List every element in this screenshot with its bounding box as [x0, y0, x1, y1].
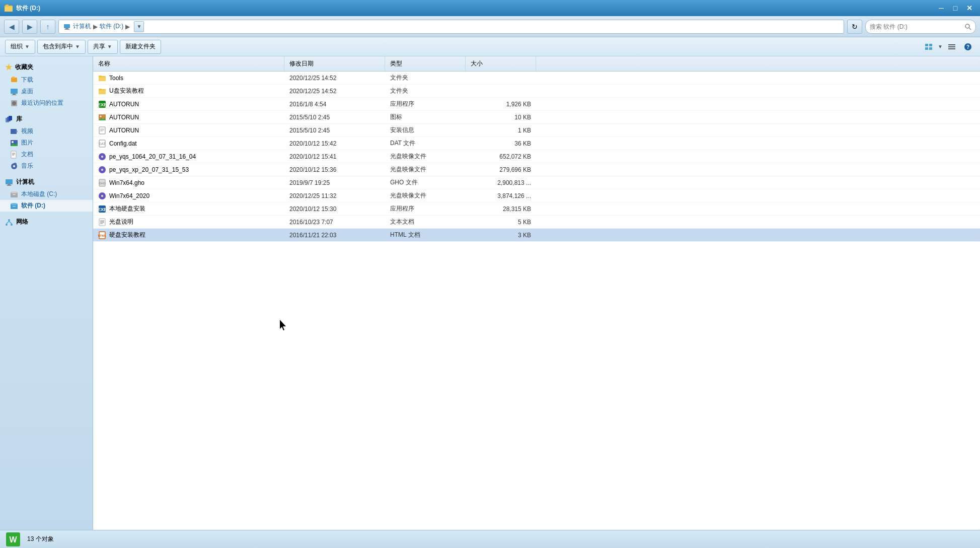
col-header-size[interactable]: 大小	[466, 56, 536, 71]
file-name: pe_yqs_xp_20_07_31_15_53	[109, 166, 189, 173]
file-date: 2015/5/10 2:45	[289, 114, 330, 121]
table-row[interactable]: U盘安装教程 2020/12/25 14:52 文件夹	[93, 85, 980, 98]
file-date: 2020/10/12 15:42	[289, 140, 336, 147]
svg-rect-32	[11, 151, 16, 158]
table-row[interactable]: 光盘说明 2016/10/23 7:07 文本文档 5 KB	[93, 216, 980, 229]
help-button[interactable]: ?	[961, 40, 975, 54]
breadcrumb-computer[interactable]: 计算机	[73, 22, 91, 31]
table-row[interactable]: EXE 本地硬盘安装 2020/10/12 15:30 应用程序 28,315 …	[93, 202, 980, 216]
svg-rect-40	[6, 179, 13, 184]
svg-text:EXE: EXE	[98, 102, 106, 107]
col-header-type[interactable]: 类型	[385, 56, 466, 71]
file-name-cell: AUTORUN	[93, 124, 284, 136]
file-date: 2015/5/10 2:45	[289, 127, 330, 134]
sidebar-item-picture[interactable]: 图片	[0, 137, 93, 149]
file-type-cell: 光盘映像文件	[385, 163, 466, 176]
maximize-button[interactable]: □	[949, 3, 962, 13]
svg-rect-58	[99, 90, 106, 94]
share-button[interactable]: 共享 ▼	[88, 40, 118, 54]
sidebar-favorites-header[interactable]: ★ 收藏夹	[0, 60, 93, 74]
file-name-cell: DAT Config.dat	[93, 137, 284, 150]
table-row[interactable]: GHO Win7x64.gho 2019/9/7 19:25 GHO 文件 2,…	[93, 176, 980, 189]
minimize-button[interactable]: ─	[935, 3, 948, 13]
file-icon-disc	[98, 153, 106, 161]
details-view-button[interactable]	[945, 40, 959, 54]
svg-text:DAT: DAT	[99, 142, 106, 146]
search-bar[interactable]	[865, 20, 976, 34]
svg-text:W: W	[9, 535, 17, 544]
breadcrumb[interactable]: 计算机 ▶ 软件 (D:) ▶ ▼	[58, 20, 844, 34]
file-name: pe_yqs_1064_20_07_31_16_04	[109, 153, 196, 160]
file-type-cell: 文本文档	[385, 216, 466, 228]
file-icon-gho: GHO	[98, 179, 106, 187]
include-library-button[interactable]: 包含到库中 ▼	[37, 40, 86, 54]
table-row[interactable]: DAT Config.dat 2020/10/12 15:42 DAT 文件 3…	[93, 137, 980, 150]
col-header-modified[interactable]: 修改日期	[284, 56, 385, 71]
sidebar-item-music[interactable]: 音乐	[0, 160, 93, 172]
titlebar: 软件 (D:) ─ □ ✕	[0, 0, 980, 16]
statusbar: W 13 个对象	[0, 530, 980, 548]
search-input[interactable]	[870, 23, 962, 30]
svg-point-81	[102, 195, 103, 196]
sidebar-item-video[interactable]: 视频	[0, 125, 93, 137]
sidebar-item-drive-c[interactable]: 本地磁盘 (C:)	[0, 188, 93, 200]
table-row[interactable]: HTML 硬盘安装教程 2016/11/21 22:03 HTML 文档 3 K…	[93, 229, 980, 242]
col-header-name[interactable]: 名称	[93, 56, 284, 71]
svg-text:HTML: HTML	[98, 234, 106, 237]
breadcrumb-sep1: ▶	[93, 23, 98, 30]
table-row[interactable]: Tools 2020/12/25 14:52 文件夹	[93, 72, 980, 85]
file-size: 279,696 KB	[499, 166, 531, 173]
organize-arrow: ▼	[25, 44, 30, 49]
file-name-cell: 光盘说明	[93, 216, 284, 228]
recent-icon	[10, 99, 18, 107]
sidebar-computer-header[interactable]: 计算机	[0, 176, 93, 188]
file-name: AUTORUN	[109, 114, 139, 121]
file-size: 652,072 KB	[499, 153, 531, 160]
sidebar-item-desktop[interactable]: 桌面	[0, 86, 93, 97]
sidebar-item-recent[interactable]: 最近访问的位置	[0, 97, 93, 109]
sidebar-network-header[interactable]: 网络	[0, 216, 93, 228]
file-name: 本地硬盘安装	[109, 204, 145, 213]
table-row[interactable]: pe_yqs_1064_20_07_31_16_04 2020/10/12 15…	[93, 150, 980, 163]
sidebar-section-favorites: ★ 收藏夹 下载	[0, 60, 93, 109]
table-row[interactable]: pe_yqs_xp_20_07_31_15_53 2020/10/12 15:3…	[93, 163, 980, 176]
file-size: 36 KB	[514, 140, 531, 147]
organize-button[interactable]: 组织 ▼	[5, 40, 35, 54]
table-row[interactable]: AUTORUN 2015/5/10 2:45 图标 10 KB	[93, 111, 980, 124]
svg-rect-12	[948, 44, 955, 45]
sidebar: ★ 收藏夹 下载	[0, 56, 93, 530]
file-date: 2016/1/8 4:54	[289, 101, 326, 108]
file-date: 2020/10/12 15:41	[289, 153, 336, 160]
up-button[interactable]: ↑	[40, 20, 55, 34]
file-type-cell: 光盘映像文件	[385, 189, 466, 202]
file-type: 文件夹	[390, 74, 408, 82]
table-row[interactable]: EXE AUTORUN 2016/1/8 4:54 应用程序 1,926 KB	[93, 98, 980, 111]
sidebar-item-download[interactable]: 下载	[0, 74, 93, 86]
back-button[interactable]: ◀	[4, 20, 19, 34]
file-size: 1 KB	[518, 127, 531, 134]
forward-button[interactable]: ▶	[22, 20, 37, 34]
close-button[interactable]: ✕	[963, 3, 976, 13]
table-row[interactable]: Win7x64_2020 2020/12/25 11:32 光盘映像文件 3,8…	[93, 189, 980, 202]
file-icon-disc	[98, 166, 106, 174]
titlebar-left: 软件 (D:)	[4, 4, 40, 13]
svg-rect-13	[948, 46, 955, 47]
svg-rect-5	[64, 29, 69, 30]
table-row[interactable]: AUTORUN 2015/5/10 2:45 安装信息 1 KB	[93, 124, 980, 137]
file-type-cell: 图标	[385, 111, 466, 123]
sidebar-item-document[interactable]: 文档	[0, 149, 93, 160]
sidebar-library-header[interactable]: 库	[0, 113, 93, 125]
status-icon: W	[5, 531, 21, 547]
new-folder-button[interactable]: 新建文件夹	[120, 40, 161, 54]
sidebar-item-drive-d[interactable]: 软件 (D:)	[0, 200, 93, 212]
file-name: U盘安装教程	[109, 87, 144, 95]
file-name-cell: pe_yqs_1064_20_07_31_16_04	[93, 150, 284, 163]
view-options-button[interactable]	[922, 40, 936, 54]
breadcrumb-dropdown[interactable]: ▼	[134, 21, 144, 32]
svg-point-30	[12, 141, 14, 143]
file-name-cell: EXE 本地硬盘安装	[93, 202, 284, 215]
refresh-button[interactable]: ↻	[847, 20, 862, 34]
breadcrumb-drive[interactable]: 软件 (D:)	[100, 22, 123, 31]
file-name: Win7x64_2020	[109, 192, 149, 199]
file-type: 光盘映像文件	[390, 152, 426, 161]
